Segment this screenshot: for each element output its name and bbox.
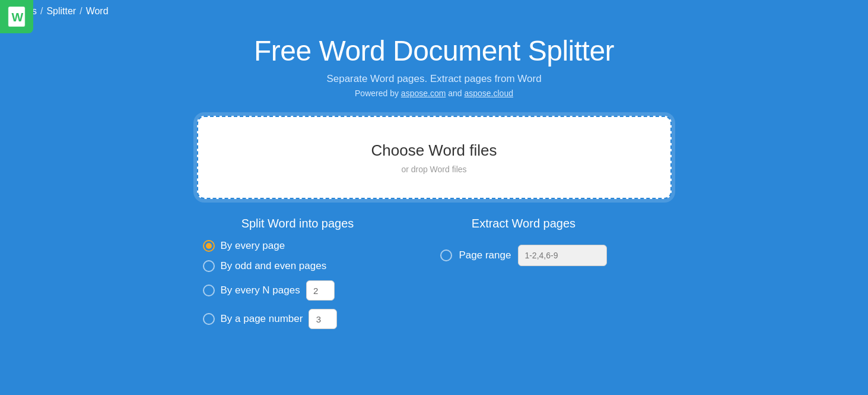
powered-by-prefix: Powered by bbox=[355, 89, 401, 98]
radio-every-page[interactable] bbox=[203, 240, 215, 252]
extract-section-heading: Extract Word pages bbox=[440, 217, 608, 230]
radio-odd-even[interactable] bbox=[203, 260, 215, 272]
page-range-label: Page range bbox=[459, 249, 511, 261]
radio-page-range[interactable] bbox=[440, 249, 452, 261]
main-content: Free Word Document Splitter Separate Wor… bbox=[0, 23, 868, 353]
dropzone-title: Choose Word files bbox=[371, 141, 497, 160]
split-section: Split Word into pages By every page By o… bbox=[203, 217, 393, 335]
powered-by-and: and bbox=[446, 89, 464, 98]
extract-row: Page range bbox=[440, 245, 608, 266]
page-title: Free Word Document Splitter bbox=[254, 34, 614, 67]
breadcrumb: Words / Splitter / Word bbox=[0, 0, 868, 23]
svg-text:W: W bbox=[11, 10, 23, 24]
label-every-page: By every page bbox=[221, 240, 285, 252]
label-page-number: By a page number bbox=[221, 313, 303, 325]
every-n-input[interactable] bbox=[306, 280, 335, 301]
radio-row-odd-even[interactable]: By odd and even pages bbox=[203, 260, 393, 272]
breadcrumb-word[interactable]: Word bbox=[86, 6, 109, 17]
dropzone-subtitle: or drop Word files bbox=[401, 165, 466, 174]
breadcrumb-sep-1: / bbox=[40, 6, 43, 17]
radio-every-n[interactable] bbox=[203, 285, 215, 296]
logo-icon: W bbox=[0, 0, 33, 33]
page-subtitle: Separate Word pages. Extract pages from … bbox=[326, 73, 541, 85]
extract-section: Extract Word pages Page range bbox=[440, 217, 608, 335]
radio-row-page-number[interactable]: By a page number bbox=[203, 309, 393, 329]
options-section: Split Word into pages By every page By o… bbox=[197, 217, 672, 335]
label-odd-even: By odd and even pages bbox=[221, 260, 327, 272]
breadcrumb-sep-2: / bbox=[80, 6, 82, 17]
breadcrumb-splitter[interactable]: Splitter bbox=[46, 6, 76, 17]
page-number-input[interactable] bbox=[309, 309, 337, 329]
radio-page-number[interactable] bbox=[203, 313, 215, 325]
aspose-cloud-link[interactable]: aspose.cloud bbox=[464, 89, 513, 98]
powered-by: Powered by aspose.com and aspose.cloud bbox=[355, 89, 513, 98]
radio-row-every-page[interactable]: By every page bbox=[203, 240, 393, 252]
aspose-com-link[interactable]: aspose.com bbox=[401, 89, 446, 98]
radio-row-every-n[interactable]: By every N pages bbox=[203, 280, 393, 301]
page-range-input[interactable] bbox=[518, 245, 607, 266]
label-every-n: By every N pages bbox=[221, 285, 300, 296]
dropzone[interactable]: Choose Word files or drop Word files bbox=[197, 116, 672, 199]
split-section-heading: Split Word into pages bbox=[203, 217, 393, 230]
